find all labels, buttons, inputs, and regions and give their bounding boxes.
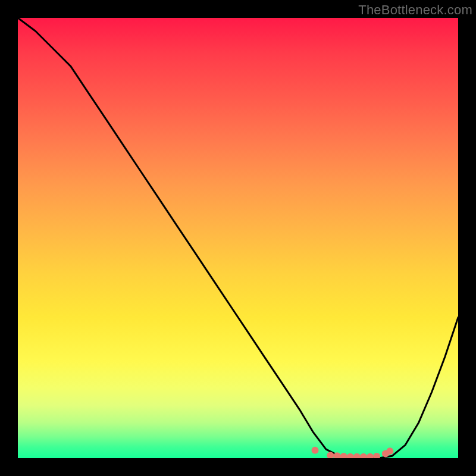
flat-region-markers bbox=[312, 447, 394, 458]
marker-dot bbox=[312, 447, 319, 454]
marker-dot bbox=[360, 453, 367, 458]
marker-dot bbox=[347, 453, 354, 458]
watermark-text: TheBottleneck.com bbox=[358, 2, 472, 18]
marker-dot bbox=[353, 453, 361, 458]
bottleneck-curve bbox=[18, 18, 458, 458]
chart-svg bbox=[18, 18, 458, 458]
marker-dot bbox=[367, 453, 374, 458]
curve-layer bbox=[18, 18, 458, 458]
marker-dot bbox=[340, 453, 347, 458]
chart-frame: TheBottleneck.com bbox=[0, 0, 476, 476]
marker-dot bbox=[386, 447, 393, 455]
marker-dot bbox=[373, 453, 380, 458]
plot-area bbox=[18, 18, 458, 458]
